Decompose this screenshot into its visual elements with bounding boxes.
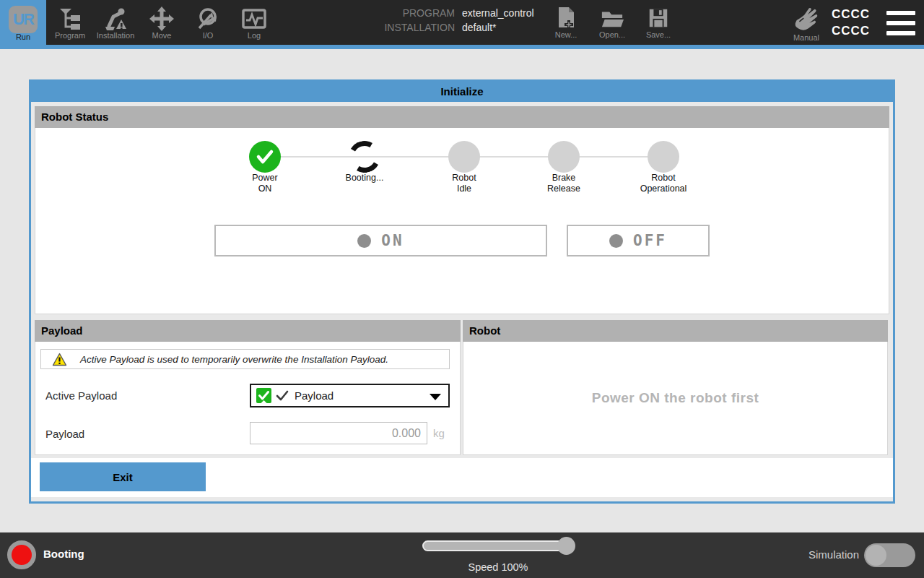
- new-button-label: New...: [555, 30, 578, 39]
- step-robot-operational-indicator: [648, 141, 679, 173]
- selected-check-icon: [276, 390, 289, 401]
- payload-body: Active Payload is used to temporarily ov…: [35, 342, 461, 455]
- step-brake-release-indicator: [548, 141, 580, 173]
- payload-field-label: Payload: [45, 428, 84, 440]
- robot-3d-header: Robot: [463, 320, 888, 342]
- simulation-label: Simulation: [751, 548, 859, 561]
- dialog-footer: Exit: [31, 458, 893, 497]
- step-booting-spinner-icon: [345, 137, 384, 176]
- bottom-status-bar: Booting Speed 100% Simulation: [0, 532, 924, 578]
- hamburger-bar: [886, 21, 915, 25]
- power-off-button[interactable]: OFF: [567, 225, 710, 256]
- top-toolbar: UR Run Program Installation: [0, 0, 924, 45]
- installation-key-label: INSTALLATION: [339, 22, 455, 33]
- check-icon: [256, 149, 274, 165]
- polyscope-screen: UR Run Program Installation: [0, 0, 924, 578]
- save-floppy-icon: [647, 6, 670, 30]
- speed-label: Speed 100%: [422, 561, 574, 573]
- active-payload-dropdown[interactable]: Payload: [250, 384, 450, 407]
- chevron-down-icon: [430, 394, 441, 400]
- installation-icon: [103, 6, 128, 32]
- program-name: external_control: [462, 7, 534, 19]
- tab-installation-label: Installation: [97, 31, 135, 40]
- move-icon: [149, 6, 175, 32]
- robot-status-header: Robot Status: [35, 106, 889, 128]
- robot-3d-message: Power ON the robot first: [592, 390, 759, 406]
- step-robot-idle-label: Robot Idle: [414, 173, 515, 194]
- step-power-on-indicator: [249, 141, 281, 173]
- robot-3d-body: Power ON the robot first: [463, 342, 888, 455]
- tab-io[interactable]: I/O: [185, 0, 231, 45]
- clock-line1: CCCC: [832, 6, 875, 22]
- tab-run-label: Run: [16, 33, 30, 41]
- log-icon: [241, 6, 267, 32]
- manual-hand-icon: [791, 4, 821, 33]
- step-robot-operational-label: Robot Operational: [613, 173, 714, 194]
- dialog-title: Initialize: [31, 82, 893, 102]
- robot-state-led-icon[interactable]: [7, 540, 36, 569]
- tab-run[interactable]: UR Run: [0, 0, 46, 45]
- step-brake-release-label: Brake Release: [513, 173, 614, 194]
- new-button[interactable]: New...: [543, 0, 589, 45]
- manual-mode-button[interactable]: Manual: [784, 0, 829, 45]
- save-button[interactable]: Save...: [635, 0, 681, 45]
- step-robot-idle-indicator: [448, 141, 480, 173]
- tab-move-label: Move: [152, 31, 172, 40]
- tab-installation[interactable]: Installation: [92, 0, 139, 45]
- tab-log[interactable]: Log: [231, 0, 277, 45]
- tab-program-label: Program: [55, 31, 85, 40]
- new-file-icon: [554, 6, 578, 30]
- simulation-toggle[interactable]: [864, 543, 915, 567]
- manual-mode-label: Manual: [793, 33, 819, 42]
- warning-triangle-icon: [52, 353, 67, 366]
- hamburger-bar: [886, 11, 915, 15]
- installation-name: default*: [462, 22, 496, 33]
- ur-logo-icon: UR: [9, 6, 38, 33]
- power-off-button-label: OFF: [633, 232, 667, 249]
- exit-button[interactable]: Exit: [40, 462, 206, 491]
- speed-slider-handle[interactable]: [557, 537, 575, 555]
- io-icon: [195, 6, 221, 32]
- tab-io-label: I/O: [203, 31, 214, 40]
- robot-state-text: Booting: [43, 548, 84, 560]
- program-icon: [57, 6, 83, 32]
- power-off-dot-icon: [609, 234, 623, 248]
- initialize-dialog: Initialize Robot Status Power ON Booting…: [29, 79, 895, 504]
- power-on-button-label: ON: [381, 232, 404, 249]
- header-accent-strip: [0, 45, 924, 49]
- tab-program[interactable]: Program: [47, 0, 93, 45]
- payload-warning-text: Active Payload is used to temporarily ov…: [80, 354, 388, 365]
- hamburger-menu-button[interactable]: [886, 11, 915, 35]
- step-booting-label: Booting...: [314, 173, 415, 184]
- payload-set-icon: [256, 388, 271, 403]
- active-payload-value: Payload: [295, 389, 334, 402]
- payload-warning: Active Payload is used to temporarily ov…: [40, 349, 450, 369]
- loaded-files-info: PROGRAM external_control INSTALLATION de…: [339, 7, 578, 36]
- open-folder-icon: [601, 6, 624, 30]
- active-payload-label: Active Payload: [45, 389, 117, 402]
- payload-header: Payload: [35, 320, 461, 342]
- open-button[interactable]: Open...: [589, 0, 635, 45]
- step-power-on-label: Power ON: [214, 173, 315, 194]
- speed-slider[interactable]: [422, 540, 574, 551]
- tab-move[interactable]: Move: [139, 0, 185, 45]
- payload-input[interactable]: [250, 422, 427, 444]
- clock-line2: CCCC: [832, 22, 875, 39]
- tab-log-label: Log: [248, 31, 261, 40]
- power-on-button[interactable]: ON: [214, 225, 547, 256]
- save-button-label: Save...: [646, 30, 671, 39]
- open-button-label: Open...: [599, 30, 625, 39]
- program-key-label: PROGRAM: [339, 7, 455, 19]
- robot-status-body: Power ON Booting... Robot Idle Brake Rel…: [35, 128, 889, 314]
- simulation-toggle-knob: [866, 545, 886, 566]
- payload-unit-label: kg: [433, 427, 445, 439]
- hamburger-bar: [886, 31, 915, 35]
- clock-display: CCCC CCCC: [832, 6, 875, 39]
- power-on-dot-icon: [357, 234, 371, 248]
